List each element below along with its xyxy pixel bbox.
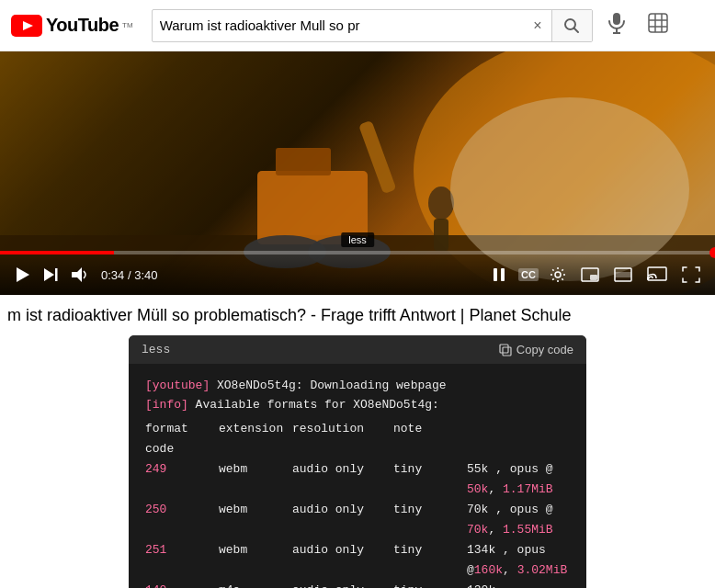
create-icon <box>648 13 668 33</box>
copy-code-button[interactable]: Copy code <box>499 343 573 356</box>
miniplayer-icon <box>581 267 599 282</box>
youtube-text: YouTube <box>46 15 119 36</box>
col-ext-140: m4a <box>219 581 292 588</box>
copy-icon <box>499 344 512 356</box>
search-button[interactable] <box>551 9 592 42</box>
code-block: less Copy code [youtube] XO8eNDo5t4g: Do… <box>129 335 586 588</box>
col-header-format: format code <box>145 419 219 459</box>
svg-rect-4 <box>613 13 620 25</box>
time-display: 0:34 / 3:40 <box>101 268 157 282</box>
code-line-2: [info] Available formats for XO8eNDo5t4g… <box>145 396 570 415</box>
code-text-2: Available formats for XO8eNDo5t4g: <box>188 396 439 415</box>
microphone-button[interactable] <box>600 12 633 39</box>
svg-rect-28 <box>501 268 505 281</box>
code-header: less Copy code <box>129 335 586 364</box>
youtube-icon <box>11 15 42 37</box>
svg-rect-31 <box>590 275 597 280</box>
col-id-249: 249 <box>145 459 219 500</box>
col-res-251: audio only <box>292 540 393 581</box>
code-body: [youtube] XO8eNDo5t4g: Downloading webpa… <box>129 364 586 588</box>
svg-point-20 <box>428 187 454 220</box>
volume-button[interactable] <box>68 265 90 285</box>
svg-rect-34 <box>648 267 666 280</box>
fullscreen-button[interactable] <box>678 265 704 285</box>
create-button[interactable] <box>641 13 675 38</box>
code-header-label: less <box>142 343 170 356</box>
table-row: 250 webm audio only tiny 70k , opus @ 70… <box>145 500 570 540</box>
col-res-140: audio only <box>292 581 393 588</box>
col-extra-250: 70k , opus @ 70k, 1.55MiB <box>467 500 570 540</box>
cc-badge[interactable]: CC <box>518 268 539 281</box>
play-icon <box>13 266 31 284</box>
svg-rect-16 <box>276 148 331 175</box>
col-header-ext: extension <box>219 419 292 459</box>
col-id-140: 140 <box>145 581 219 588</box>
code-table-header: format code extension resolution note <box>145 419 570 459</box>
video-tooltip: less <box>341 232 374 247</box>
code-line-1: [youtube] XO8eNDo5t4g: Downloading webpa… <box>145 377 570 396</box>
svg-rect-25 <box>55 268 58 281</box>
col-header-extra <box>467 419 570 459</box>
col-extra-249: 55k , opus @ 50k, 1.17MiB <box>467 459 570 500</box>
svg-rect-21 <box>434 219 448 251</box>
col-res-250: audio only <box>292 500 393 540</box>
svg-marker-26 <box>72 267 82 282</box>
volume-icon <box>70 266 88 283</box>
svg-rect-7 <box>649 14 667 32</box>
table-row: 249 webm audio only tiny 55k , opus @ 50… <box>145 459 570 500</box>
col-res-249: audio only <box>292 459 393 500</box>
col-extra-251: 134k , opus @160k, 3.02MiB <box>467 540 570 581</box>
svg-rect-36 <box>503 347 511 356</box>
search-icon <box>563 17 580 34</box>
next-icon <box>42 266 59 283</box>
col-note-251: tiny <box>393 540 467 581</box>
video-controls: 0:34 / 3:40 CC <box>0 254 715 295</box>
svg-rect-37 <box>500 345 508 353</box>
col-id-250: 250 <box>145 500 219 540</box>
youtube-tm: TM <box>122 21 133 29</box>
video-player: less 0:34 / 3:40 <box>0 51 715 295</box>
col-note-250: tiny <box>393 500 467 540</box>
play-button[interactable] <box>11 264 33 286</box>
cast-button[interactable] <box>643 265 671 285</box>
code-text-1: XO8eNDo5t4g: Downloading webpage <box>210 377 446 396</box>
col-ext-251: webm <box>219 540 292 581</box>
fullscreen-icon <box>682 266 700 283</box>
mic-icon <box>607 12 626 34</box>
theater-button[interactable] <box>610 266 636 284</box>
col-ext-250: webm <box>219 500 292 540</box>
miniplayer-button[interactable] <box>577 266 603 284</box>
table-row: 251 webm audio only tiny 134k , opus @16… <box>145 540 570 581</box>
settings-button[interactable] <box>546 265 570 285</box>
col-note-249: tiny <box>393 459 467 500</box>
svg-line-3 <box>574 28 579 32</box>
video-title: m ist radioaktiver Müll so problematisch… <box>0 306 572 325</box>
col-note-140: tiny <box>393 581 467 588</box>
svg-marker-24 <box>44 268 54 281</box>
next-button[interactable] <box>40 265 61 285</box>
header: YouTube TM × <box>0 0 715 51</box>
col-ext-249: webm <box>219 459 292 500</box>
svg-rect-33 <box>615 272 631 277</box>
youtube-logo: YouTube TM <box>11 15 133 37</box>
col-extra-140: 130k , m4a_dash container, mp4a. <box>467 581 570 588</box>
col-header-note: note <box>393 419 467 459</box>
settings-icon <box>550 266 566 283</box>
svg-point-29 <box>555 272 561 277</box>
search-bar: × <box>152 9 593 42</box>
svg-marker-23 <box>17 267 29 282</box>
search-clear-button[interactable]: × <box>524 17 550 34</box>
cast-icon <box>647 266 667 283</box>
pause-icon <box>491 266 507 283</box>
code-keyword-info: [info] <box>145 396 188 415</box>
theater-icon <box>614 267 632 282</box>
table-row: 140 m4a audio only tiny 130k , m4a_dash … <box>145 581 570 588</box>
pause-button[interactable] <box>487 265 511 285</box>
col-id-251: 251 <box>145 540 219 581</box>
code-keyword-youtube: [youtube] <box>145 377 210 396</box>
search-input[interactable] <box>153 14 525 37</box>
svg-rect-27 <box>494 268 497 281</box>
col-header-res: resolution <box>292 419 393 459</box>
title-bar: m ist radioaktiver Müll so problematisch… <box>0 295 715 335</box>
